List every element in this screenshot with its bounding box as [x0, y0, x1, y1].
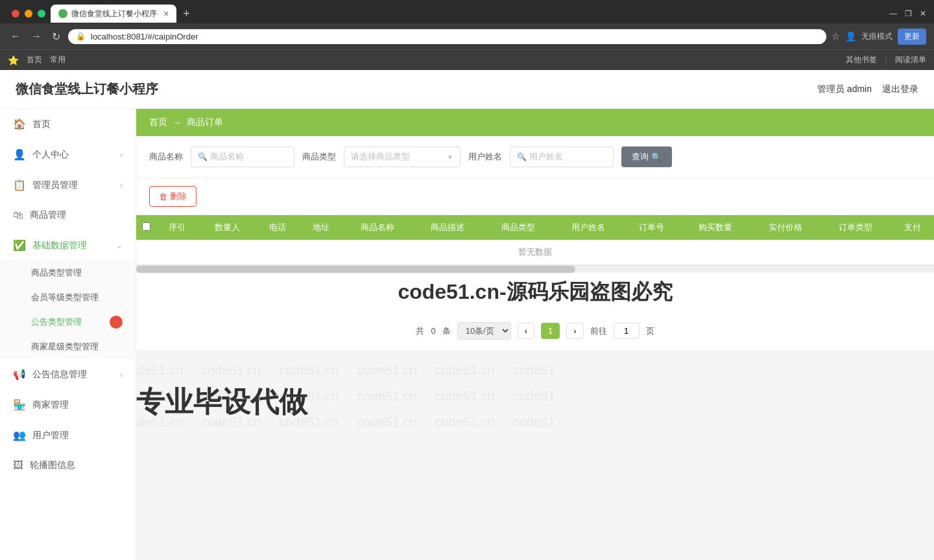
- prev-page-button[interactable]: ‹: [518, 323, 534, 339]
- banner-icon: 🖼: [13, 460, 23, 471]
- col-count-person: 数量人: [199, 215, 256, 240]
- sidebar: 🏠 首页 👤 个人中心 › 📋 管理员管理 › 🛍 商品管理 ✅ 基础数据管理 …: [0, 109, 136, 560]
- logout-button[interactable]: 退出登录: [882, 84, 918, 95]
- sidebar-subitem-merchant-level[interactable]: 商家星级类型管理: [0, 334, 136, 359]
- bookmark-item-resources[interactable]: 首页: [27, 54, 42, 65]
- sidebar-label-home: 首页: [32, 119, 51, 130]
- sidebar-item-admin-mgmt[interactable]: 📋 管理员管理 ›: [0, 170, 136, 200]
- sidebar-item-profile[interactable]: 👤 个人中心 ›: [0, 139, 136, 170]
- main-content: 首页 → 商品订单 code51.cn code51.cn code51.cn …: [136, 109, 934, 560]
- notice-icon: 📢: [13, 368, 26, 380]
- lock-icon: 🔒: [76, 32, 86, 41]
- sidebar-item-user[interactable]: 👥 用户管理: [0, 420, 136, 450]
- account-btn[interactable]: 👤: [845, 31, 856, 41]
- goto-page-input[interactable]: [614, 323, 640, 339]
- other-bookmarks-link[interactable]: 其他书签: [846, 54, 877, 65]
- query-button[interactable]: 查询 🔍: [621, 146, 672, 167]
- sidebar-label-user: 用户管理: [32, 430, 69, 441]
- select-all-checkbox[interactable]: [136, 215, 156, 240]
- address-text: localhost:8081/#/caipinOrder: [91, 32, 198, 41]
- bottom-watermark-area: code51.cn code51.cn code51.cn code51.cn …: [136, 350, 934, 428]
- sidebar-label-admin: 管理员管理: [32, 180, 78, 191]
- goto-suffix: 页: [646, 325, 654, 337]
- user-icon: 👥: [13, 429, 26, 441]
- browser-tab-bar: 微信食堂线上订餐小程序 × + — ❐ ✕: [0, 0, 934, 23]
- admin-label: 管理员 admin: [817, 84, 872, 95]
- maximize-btn[interactable]: ❐: [905, 9, 912, 18]
- username-input[interactable]: 🔍 用户姓名: [510, 146, 614, 167]
- new-tab-button[interactable]: +: [176, 7, 197, 21]
- sidebar-item-home[interactable]: 🏠 首页: [0, 109, 136, 139]
- close-btn[interactable]: ✕: [920, 9, 926, 18]
- profile-icon: 👤: [13, 148, 26, 161]
- sidebar-subitem-notice-type[interactable]: 公告类型管理: [0, 310, 136, 334]
- product-type-label: 商品类型: [302, 151, 336, 163]
- product-type-placeholder: 请选择商品类型: [351, 151, 410, 163]
- col-username: 用户姓名: [553, 215, 623, 240]
- col-order-type: 订单类型: [820, 215, 891, 240]
- no-data-text: 暂无数据: [136, 240, 934, 265]
- sidebar-label-notice: 公告信息管理: [32, 369, 87, 380]
- checkbox-all[interactable]: [142, 222, 150, 231]
- sidebar-label-base-data: 基础数据管理: [32, 240, 87, 251]
- next-page-button[interactable]: ›: [566, 323, 583, 339]
- tab-close-button[interactable]: ×: [163, 8, 169, 19]
- breadcrumb-current: 商品订单: [187, 117, 223, 128]
- data-table: 序引 数量人 电话 地址 商品名称 商品描述 商品类型 用户姓名 订单号 购买数…: [136, 215, 934, 265]
- col-quantity: 购买数量: [680, 215, 750, 240]
- goto-prefix: 前往: [590, 325, 607, 337]
- sidebar-item-goods-mgmt[interactable]: 🛍 商品管理: [0, 200, 136, 230]
- breadcrumb: 首页 → 商品订单: [136, 109, 934, 136]
- bookmarks-bar: ⭐ 首页 常用 其他书签 | 阅读清单: [0, 49, 934, 70]
- page-size-select[interactable]: 10条/页 20条/页 50条/页: [457, 322, 511, 340]
- col-product-name: 商品名称: [342, 215, 413, 240]
- scrollbar-thumb[interactable]: [136, 266, 575, 273]
- tab-favicon: [58, 9, 67, 18]
- sidebar-item-merchant[interactable]: 🏪 商家管理: [0, 390, 136, 420]
- sidebar-item-base-data[interactable]: ✅ 基础数据管理 ⌄: [0, 230, 136, 261]
- current-page-button[interactable]: 1: [541, 323, 560, 339]
- active-browser-tab[interactable]: 微信食堂线上订餐小程序 ×: [51, 5, 176, 23]
- col-phone: 电话: [256, 215, 299, 240]
- breadcrumb-home[interactable]: 首页: [149, 117, 167, 128]
- update-button[interactable]: 更新: [898, 29, 926, 45]
- col-address: 地址: [299, 215, 342, 240]
- home-icon: 🏠: [13, 118, 26, 130]
- app-header: 微信食堂线上订餐小程序 管理员 admin 退出登录: [0, 70, 934, 109]
- bookmark-item-common[interactable]: 常用: [50, 54, 66, 65]
- tab-title: 微信食堂线上订餐小程序: [71, 8, 157, 19]
- read-mode-link[interactable]: 阅读清单: [895, 54, 926, 65]
- delete-button[interactable]: 🗑 删除: [149, 186, 197, 207]
- sidebar-label-merchant: 商家管理: [32, 399, 69, 411]
- select-arrow-icon: ▼: [447, 154, 453, 161]
- search-icon: 🔍: [651, 152, 662, 162]
- browser-controls: ← → ↻ 🔒 localhost:8081/#/caipinOrder ☆ 👤…: [0, 23, 934, 49]
- sidebar-subitem-goods-type[interactable]: 商品类型管理: [0, 261, 136, 285]
- product-type-select[interactable]: 请选择商品类型 ▼: [344, 146, 461, 167]
- back-button[interactable]: ←: [8, 29, 23, 43]
- sidebar-item-notice-info[interactable]: 📢 公告信息管理 ›: [0, 359, 136, 390]
- base-data-submenu: 商品类型管理 会员等级类型管理 公告类型管理 商家星级类型管理: [0, 261, 136, 359]
- col-index: 序引: [156, 215, 199, 240]
- forward-button[interactable]: →: [29, 29, 44, 43]
- product-name-input[interactable]: 🔍 商品名称: [191, 146, 294, 167]
- bookmarks-icon: ⭐: [8, 55, 19, 65]
- base-data-icon: ✅: [13, 239, 26, 251]
- sidebar-subitem-member-level[interactable]: 会员等级类型管理: [0, 285, 136, 310]
- horizontal-scrollbar[interactable]: [136, 265, 934, 273]
- professional-text: 专业毕设代做: [136, 383, 307, 421]
- address-bar[interactable]: 🔒 localhost:8081/#/caipinOrder: [68, 29, 826, 44]
- product-name-placeholder: 商品名称: [210, 151, 244, 163]
- sidebar-item-banner[interactable]: 🖼 轮播图信息: [0, 450, 136, 480]
- total-prefix: 共: [416, 325, 424, 337]
- minimize-btn[interactable]: —: [889, 9, 897, 18]
- filter-bar: 商品名称 🔍 商品名称 商品类型 请选择商品类型 ▼ 用户姓名 🔍 用户姓名: [136, 136, 934, 178]
- col-payment: 支付: [891, 215, 934, 240]
- username-placeholder: 用户姓名: [529, 151, 563, 163]
- source-protection-text: code51.cn-源码乐园盗图必究: [398, 278, 672, 307]
- refresh-button[interactable]: ↻: [49, 29, 63, 44]
- sidebar-label-profile: 个人中心: [32, 149, 69, 161]
- trash-icon: 🗑: [159, 192, 167, 202]
- col-product-type: 商品类型: [483, 215, 553, 240]
- bookmark-btn[interactable]: ☆: [832, 31, 840, 41]
